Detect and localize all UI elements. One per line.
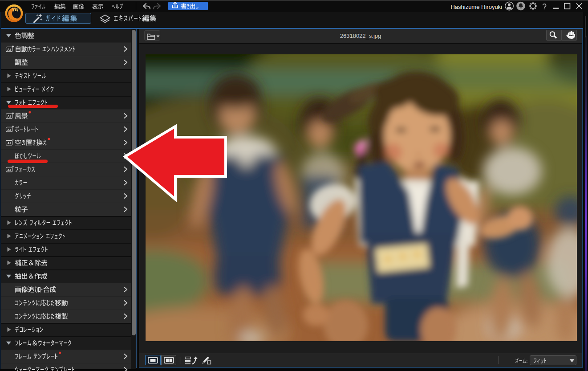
svg-text:AI: AI	[7, 48, 11, 52]
svg-text:AI: AI	[7, 114, 11, 118]
svg-text:AI: AI	[7, 141, 11, 145]
svg-text:AI: AI	[7, 128, 11, 132]
svg-text:?: ?	[542, 2, 547, 11]
svg-text:AI: AI	[7, 168, 11, 172]
